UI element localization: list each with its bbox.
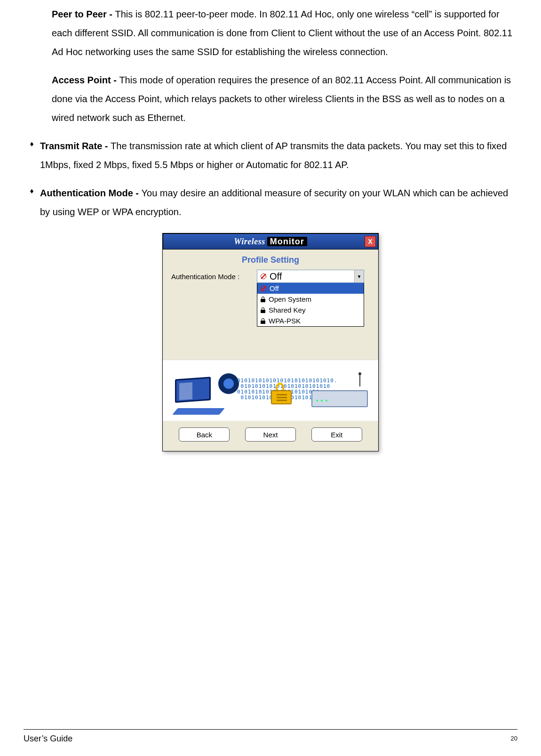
option-shared-label: Shared Key [269, 306, 305, 314]
footer-page-number: 20 [511, 735, 517, 742]
off-icon [260, 273, 267, 280]
option-wpa-label: WPA-PSK [269, 317, 301, 325]
option-off-label: Off [270, 284, 279, 292]
lock-icon [260, 297, 266, 302]
chevron-down-icon[interactable]: ▼ [354, 270, 364, 282]
option-shared-key[interactable]: Shared Key [257, 305, 364, 315]
peer-sep: - [107, 9, 115, 19]
transmit-label: Transmit Rate - [40, 141, 111, 151]
ap-label: Access Point [52, 75, 111, 85]
close-icon[interactable]: X [365, 236, 376, 247]
title-wireless: Wireless [234, 237, 265, 246]
ap-text: This mode of operation requires the pres… [52, 75, 511, 123]
off-icon [260, 285, 267, 292]
access-point-paragraph: Access Point - This mode of operation re… [24, 71, 517, 127]
exit-button[interactable]: Exit [311, 427, 362, 442]
next-button[interactable]: Next [245, 427, 296, 442]
auth-mode-bullet: ♦ Authentication Mode - You may desire a… [24, 184, 517, 221]
dialog-button-row: Back Next Exit [163, 421, 378, 451]
laptop-icon [175, 378, 222, 411]
router-icon [311, 383, 368, 407]
lock-icon [260, 318, 266, 324]
bullet-marker-icon: ♦ [24, 137, 40, 174]
dialog-subtitle: Profile Setting [163, 249, 378, 270]
auth-label: Authentication Mode - [40, 188, 142, 198]
peer-label: Peer to Peer [52, 9, 107, 19]
peer-to-peer-paragraph: Peer to Peer - This is 802.11 peer-to-pe… [24, 5, 517, 61]
combo-selected[interactable]: Off ▼ [257, 270, 364, 283]
dialog-title: WirelessMonitor [234, 237, 307, 247]
combo-selected-text: Off [270, 271, 282, 282]
padlock-icon [271, 383, 292, 404]
lock-icon [260, 307, 266, 313]
dialog-illustration: 010101010101010101010101010. 01010101010… [163, 360, 378, 421]
footer-divider [24, 729, 517, 730]
ap-sep: - [111, 75, 119, 85]
option-open-system[interactable]: Open System [257, 294, 364, 305]
bullet-marker-icon: ♦ [24, 184, 40, 221]
back-button[interactable]: Back [179, 427, 230, 442]
transmit-rate-bullet: ♦ Transmit Rate - The transmission rate … [24, 137, 517, 174]
option-wpa-psk[interactable]: WPA-PSK [257, 315, 364, 326]
title-monitor: Monitor [267, 237, 307, 246]
footer-guide-label: User’s Guide [24, 734, 72, 744]
auth-mode-label: Authentication Mode : [171, 270, 257, 281]
peer-text: This is 802.11 peer-to-peer mode. In 802… [52, 9, 512, 57]
combo-dropdown: Off Open System Shared Key WPA-PSK [257, 283, 364, 327]
option-off[interactable]: Off [257, 283, 364, 294]
auth-mode-combobox[interactable]: Off ▼ Off Open System [257, 270, 364, 327]
dialog-titlebar[interactable]: WirelessMonitor X [163, 233, 378, 249]
wireless-monitor-dialog: WirelessMonitor X Profile Setting Authen… [162, 233, 379, 451]
option-open-label: Open System [269, 295, 311, 303]
satellite-dish-icon [218, 373, 239, 394]
